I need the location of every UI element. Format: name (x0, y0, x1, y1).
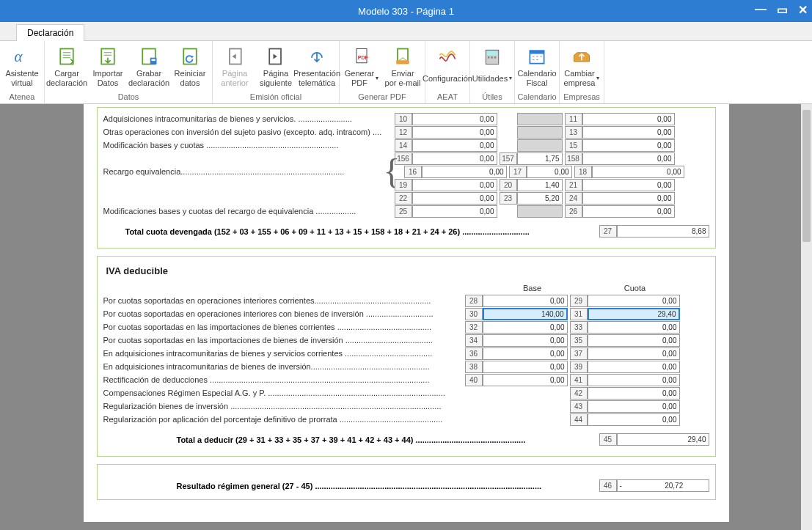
cell-31: 31 (570, 308, 588, 320)
value-18[interactable]: 0,00 (592, 166, 684, 178)
value-42[interactable]: 0,00 (588, 387, 680, 400)
maximize-icon[interactable]: ▭ (777, 3, 788, 17)
vertical-scrollbar[interactable] (801, 104, 812, 530)
ribbon-group-empresas: Cambiarempresa ▾Empresas (560, 41, 604, 103)
cargar-icon (56, 45, 78, 67)
ribbon-asistente[interactable]: αAsistentevirtual (1, 44, 43, 92)
ribbon-importar[interactable]: ImportarDatos (87, 44, 128, 92)
value-14[interactable]: 0,00 (412, 139, 497, 152)
value-16[interactable]: 0,00 (422, 166, 507, 178)
sec1-row-7: Modificaciones bases y cuotas del recarg… (103, 205, 709, 218)
ribbon-cargar[interactable]: Cargardeclaración (46, 44, 87, 92)
ribbon-gen-pdf[interactable]: PDFGenerarPDF ▾ (341, 44, 382, 92)
value-29[interactable]: 0,00 (588, 295, 680, 307)
value-31[interactable]: 29,40 (588, 308, 680, 320)
sec2-label-5: En adquisiciones intracomunitarias de bi… (103, 362, 463, 371)
cell-29: 29 (570, 295, 588, 307)
svg-rect-11 (398, 49, 408, 62)
cell-13: 13 (565, 126, 582, 139)
group-name-calendario: Calendario (516, 92, 557, 102)
resultado-row: Resultado régimen general (27 - 45) ....… (103, 479, 709, 492)
value-17[interactable]: 0,00 (527, 166, 572, 178)
sec1-row-2: Modificación bases y cuotas ............… (103, 139, 709, 152)
ribbon-pres-tel[interactable]: Presentacióntelemática (296, 44, 337, 92)
value-34[interactable]: 0,00 (483, 334, 568, 347)
sec2-row-4: En adquisiciones intracomunitarias de bi… (103, 347, 709, 360)
value-11[interactable]: 0,00 (582, 113, 675, 125)
utilidades-icon (481, 45, 503, 67)
cell-158: 158 (565, 152, 582, 165)
cell-12: 12 (395, 126, 412, 139)
group-name-útiles: Útiles (472, 92, 513, 102)
value-40[interactable]: 0,00 (483, 374, 568, 386)
value-38[interactable]: 0,00 (483, 361, 568, 373)
value-24[interactable]: 0,00 (582, 192, 675, 205)
cell-24: 24 (565, 192, 582, 205)
value-156[interactable]: 0,00 (412, 152, 497, 165)
ribbon-group-calendario: CalendarioFiscalCalendario (515, 41, 560, 103)
value-32[interactable]: 0,00 (483, 321, 568, 334)
sec1-label-7: Modificaciones bases y cuotas del recarg… (103, 207, 382, 216)
ribbon-enviar[interactable]: Enviarpor e-mail (382, 44, 423, 92)
value-37[interactable]: 0,00 (588, 347, 680, 360)
ribbon-reiniciar[interactable]: Reiniciardatos (169, 44, 211, 92)
ribbon-group-generar pdf: PDFGenerarPDF ▾Enviarpor e-mailGenerar P… (340, 41, 425, 103)
ribbon-cambiar[interactable]: Cambiarempresa ▾ (561, 44, 602, 92)
value-26[interactable]: 0,00 (582, 205, 675, 218)
total-devengada-label: Total cuota devengada (152 + 03 + 155 + … (125, 227, 530, 236)
value-28[interactable]: 0,00 (483, 295, 568, 307)
section-iva-deducible: IVA deducible Base Cuota Por cuotas sopo… (97, 256, 716, 457)
value-27[interactable]: 8,68 (617, 225, 709, 238)
value-10[interactable]: 0,00 (412, 113, 497, 125)
value-22[interactable]: 0,00 (412, 192, 497, 205)
scrollbar-thumb[interactable] (802, 110, 811, 242)
total-deducir-label: Total a deducir (29 + 31 + 33 + 35 + 37 … (177, 435, 526, 444)
cell-36: 36 (465, 347, 483, 360)
ribbon-config[interactable]: Configuración (427, 44, 468, 92)
value-158[interactable]: 0,00 (582, 152, 675, 165)
sec2-label-1: Por cuotas soportadas en operaciones int… (103, 309, 463, 318)
sec1-row-4: Recargo equivalencia....................… (103, 165, 709, 178)
tab-declaracion[interactable]: Declaración (16, 24, 84, 41)
cell-20: 20 (500, 179, 517, 191)
ribbon-pag-ant[interactable]: Páginaanterior (214, 44, 255, 92)
ribbon-group-aeat: ConfiguraciónAEAT (425, 41, 470, 103)
value-41[interactable]: 0,00 (588, 374, 680, 386)
gen-pdf-icon: PDF (351, 45, 373, 67)
value-12[interactable]: 0,00 (412, 126, 497, 139)
value-39[interactable]: 0,00 (588, 361, 680, 373)
value-30[interactable]: 140,00 (483, 308, 568, 320)
value-45[interactable]: 29,40 (617, 433, 709, 446)
ribbon-utilidades[interactable]: Utilidades ▾ (472, 44, 513, 92)
ribbon-grabar[interactable]: Grabardeclaración (128, 44, 169, 92)
value-44[interactable]: 0,00 (588, 413, 680, 426)
value-157[interactable]: 1,75 (517, 152, 563, 165)
cell-19: 19 (395, 179, 412, 191)
total-devengada-row: Total cuota devengada (152 + 03 + 155 + … (103, 225, 709, 238)
value-20[interactable]: 1,40 (517, 179, 563, 191)
ribbon-pag-sig[interactable]: Páginasiguiente (255, 44, 296, 92)
value-25[interactable]: 0,00 (412, 205, 497, 218)
cell-28: 28 (465, 295, 483, 307)
value-19[interactable]: 0,00 (412, 179, 497, 191)
sec2-label-0: Por cuotas soportadas en operaciones int… (103, 296, 463, 305)
spacer-gray (517, 139, 563, 152)
value-23[interactable]: 5,20 (517, 192, 563, 205)
sec2-row-2: Por cuotas soportadas en las importacion… (103, 320, 709, 334)
value-43[interactable]: 0,00 (588, 400, 680, 413)
ribbon-group-emisión oficial: PáginaanteriorPáginasiguientePresentació… (213, 41, 340, 103)
close-icon[interactable]: ✕ (798, 3, 808, 17)
value-46[interactable]: - 20,72 (617, 479, 709, 492)
value-35[interactable]: 0,00 (588, 334, 680, 347)
cell-37: 37 (570, 347, 588, 360)
minimize-icon[interactable]: — (755, 3, 767, 17)
value-15[interactable]: 0,00 (582, 139, 675, 152)
value-33[interactable]: 0,00 (588, 321, 680, 334)
value-13[interactable]: 0,00 (582, 126, 675, 139)
reiniciar-icon (179, 45, 201, 67)
ribbon-calendario[interactable]: CalendarioFiscal (516, 44, 557, 92)
value-36[interactable]: 0,00 (483, 347, 568, 360)
value-21[interactable]: 0,00 (582, 179, 675, 191)
sec1-row-6: 220,00235,20240,00 (103, 191, 709, 205)
cell-46: 46 (599, 479, 617, 492)
